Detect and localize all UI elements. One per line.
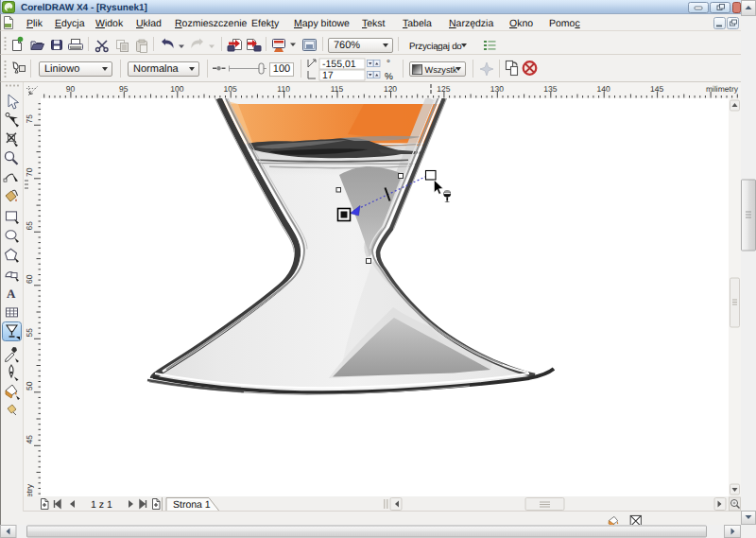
svg-text:50: 50: [25, 381, 34, 390]
svg-text:110: 110: [277, 84, 290, 94]
svg-text:105: 105: [224, 84, 237, 94]
svg-text:65: 65: [25, 221, 34, 231]
svg-text:45: 45: [25, 435, 34, 444]
svg-text:95: 95: [119, 84, 129, 94]
svg-text:70: 70: [25, 167, 34, 177]
svg-text:-155,01: -155,01: [322, 59, 356, 70]
svg-text:55: 55: [25, 328, 34, 338]
svg-text:100: 100: [170, 84, 183, 94]
svg-text:°: °: [387, 59, 390, 69]
svg-text:60: 60: [25, 274, 34, 284]
svg-text:135: 135: [543, 84, 557, 94]
svg-text:130: 130: [490, 84, 504, 94]
svg-text:1 z 1: 1 z 1: [91, 499, 112, 511]
svg-text:%: %: [385, 72, 393, 81]
svg-text:milimetry: milimetry: [706, 84, 739, 94]
svg-text:120: 120: [384, 84, 397, 94]
svg-text:75: 75: [25, 114, 34, 124]
svg-text:90: 90: [66, 84, 76, 94]
svg-text:17: 17: [322, 70, 334, 81]
svg-text:145: 145: [650, 84, 663, 94]
svg-text:125: 125: [437, 84, 450, 94]
svg-text:Strona 1: Strona 1: [173, 499, 211, 511]
svg-text:A: A: [7, 286, 16, 301]
svg-text:140: 140: [597, 84, 610, 94]
svg-text:115: 115: [331, 84, 344, 94]
